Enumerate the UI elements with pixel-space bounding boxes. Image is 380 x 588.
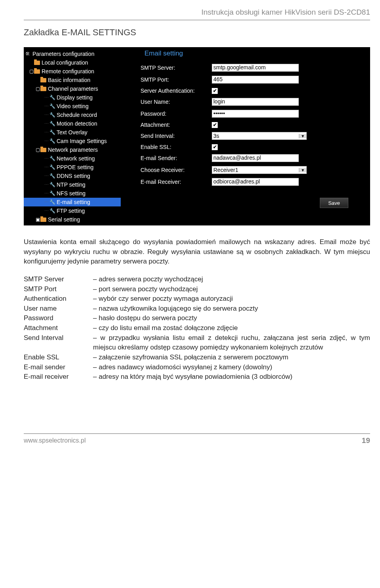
tree-item[interactable]: ⋯🔧DDNS setting bbox=[24, 172, 121, 180]
expand-icon: ▢ bbox=[28, 69, 34, 74]
send-interval-select[interactable]: 3s▼ bbox=[212, 132, 307, 140]
wrench-icon: 🔧 bbox=[49, 191, 55, 196]
tree-item[interactable]: ⋯🔧Schedule record bbox=[24, 111, 121, 119]
server-auth-checkbox[interactable]: ✔ bbox=[212, 88, 218, 94]
username-input[interactable]: login bbox=[212, 98, 299, 106]
tree-item[interactable]: ⋯🔧Text Overlay bbox=[24, 128, 121, 137]
expand-icon: ▢ bbox=[35, 86, 40, 92]
tree-item[interactable]: ▢Remote configuration bbox=[24, 67, 121, 76]
tree-label: Serial setting bbox=[48, 216, 80, 223]
tree-label: Basic information bbox=[48, 77, 90, 83]
form-title: Email setting bbox=[144, 50, 366, 57]
tree-connector: ⋯ bbox=[44, 130, 49, 135]
def-term: Enable SSL bbox=[24, 353, 93, 363]
tree-label: Parameters configuration bbox=[32, 51, 94, 57]
tree-item[interactable]: ⋯🔧NFS setting bbox=[24, 189, 121, 198]
description-paragraph: Ustawienia konta email służącego do wysy… bbox=[24, 237, 370, 267]
wrench-icon: 🔧 bbox=[49, 182, 55, 187]
tree-label: Display setting bbox=[57, 94, 93, 101]
tree-item[interactable]: ⋯🔧Motion detection bbox=[24, 119, 121, 128]
wrench-icon: 🔧 bbox=[49, 112, 55, 118]
def-term: Password bbox=[24, 313, 93, 323]
attachment-checkbox[interactable]: ✔ bbox=[212, 122, 218, 128]
tree-root[interactable]: 🛠Parameters configuration bbox=[24, 50, 121, 58]
tree-item[interactable]: ▢Channel parameters bbox=[24, 84, 121, 93]
def-term: Send Interval bbox=[24, 333, 93, 353]
choose-receiver-select[interactable]: Receiver1▼ bbox=[212, 166, 307, 174]
wrench-icon: 🔧 bbox=[49, 199, 55, 205]
tree-connector: ⋯ bbox=[44, 174, 49, 179]
def-desc: – czy do listu email ma zostać dołączone… bbox=[93, 323, 370, 333]
wrench-icon: 🔧 bbox=[49, 173, 55, 179]
page-number: 19 bbox=[362, 436, 370, 445]
smtp-port-input[interactable]: 465 bbox=[212, 76, 299, 84]
tree-connector: ⋯ bbox=[44, 200, 49, 205]
def-term: E-mail sender bbox=[24, 363, 93, 372]
wrench-icon: 🔧 bbox=[49, 164, 55, 170]
expand-icon: ▢ bbox=[35, 147, 40, 153]
form-area: Email setting SMTP Server:smtp.googlemai… bbox=[121, 47, 370, 225]
tree-label: Motion detection bbox=[57, 120, 97, 127]
tree-item[interactable]: ⋯🔧NTP setting bbox=[24, 180, 121, 189]
settings-panel: 🛠Parameters configuration Local configur… bbox=[24, 47, 370, 225]
tree-connector: ⋯ bbox=[44, 182, 49, 187]
tree-item[interactable]: Basic information bbox=[24, 76, 121, 84]
tree-label: Channel parameters bbox=[48, 86, 98, 92]
def-desc: – załączenie szyfrowania SSL połączenia … bbox=[93, 353, 370, 363]
tree-connector: ⋯ bbox=[44, 165, 49, 170]
choose-receiver-label: Choose Receiver: bbox=[141, 167, 212, 173]
save-button[interactable]: Save bbox=[320, 198, 348, 208]
smtp-port-label: SMTP Port: bbox=[141, 76, 212, 83]
server-auth-label: Server Authentication: bbox=[141, 88, 212, 94]
enable-ssl-checkbox[interactable]: ✔ bbox=[212, 144, 218, 150]
wrench-icon: 🔧 bbox=[49, 208, 55, 214]
def-desc: – wybór czy serwer poczty wymaga autoryz… bbox=[93, 294, 370, 304]
wrench-icon: 🔧 bbox=[49, 103, 55, 109]
tree-item[interactable]: Local configuration bbox=[24, 58, 121, 67]
smtp-server-input[interactable]: smtp.googlemail.com bbox=[212, 64, 299, 72]
tree-label: PPPOE setting bbox=[57, 164, 93, 170]
send-interval-label: Send Interval: bbox=[141, 133, 212, 139]
wrench-icon: 🔧 bbox=[49, 130, 55, 135]
tree-connector: ⋯ bbox=[44, 208, 49, 214]
tree-item[interactable]: ▣Serial setting bbox=[24, 215, 121, 224]
tree-label: FTP setting bbox=[57, 208, 85, 214]
tree-item[interactable]: ⋯🔧Network setting bbox=[24, 154, 121, 163]
tree-label: Schedule record bbox=[57, 112, 97, 118]
wrench-icon: 🔧 bbox=[49, 121, 55, 126]
def-desc: – port serwera poczty wychodzącej bbox=[93, 284, 370, 294]
password-input[interactable]: •••••• bbox=[212, 110, 299, 118]
tree-item[interactable]: ⋯🔧Display setting bbox=[24, 93, 121, 102]
def-desc: – adres nadawcy wiadomości wysyłanej z k… bbox=[93, 363, 370, 372]
select-value: 3s bbox=[212, 133, 299, 139]
config-icon: 🛠 bbox=[25, 51, 31, 57]
tree-label: Remote configuration bbox=[42, 68, 94, 74]
chevron-down-icon: ▼ bbox=[299, 134, 306, 138]
tree-item[interactable]: ⋯🔧PPPOE setting bbox=[24, 163, 121, 172]
tree-connector: ⋯ bbox=[44, 156, 49, 161]
page-header: Instrukcja obsługi kamer HikVision serii… bbox=[0, 0, 380, 20]
def-desc: – adres serwera poczty wychodzącej bbox=[93, 275, 370, 284]
email-sender-input[interactable]: nadawca@adres.pl bbox=[212, 154, 299, 162]
def-term: E-mail receiver bbox=[24, 372, 93, 382]
tree-connector: ⋯ bbox=[44, 121, 49, 126]
tree-item[interactable]: ▢Network parameters bbox=[24, 145, 121, 154]
tree-item[interactable]: ⋯🔧Cam Image Settings bbox=[24, 137, 121, 145]
folder-icon bbox=[40, 87, 46, 91]
wrench-icon: 🔧 bbox=[49, 156, 55, 161]
def-term: Authentication bbox=[24, 294, 93, 304]
email-receiver-label: E-mail Receiver: bbox=[141, 179, 212, 185]
def-desc: – hasło dostępu do serwera poczty bbox=[93, 313, 370, 323]
username-label: User Name: bbox=[141, 99, 212, 105]
attachment-label: Attachment: bbox=[141, 122, 212, 128]
def-desc: – nazwa użytkownika logującego się do se… bbox=[93, 304, 370, 314]
tree-item[interactable]: ⋯🔧Video setting bbox=[24, 102, 121, 111]
tree-item[interactable]: ⋯🔧FTP setting bbox=[24, 206, 121, 215]
tree-item-email[interactable]: ⋯🔧E-mail setting bbox=[24, 198, 121, 206]
tree-label: Text Overlay bbox=[57, 129, 87, 136]
select-value: Receiver1 bbox=[212, 167, 299, 173]
folder-icon bbox=[34, 69, 40, 74]
tree-label: DDNS setting bbox=[57, 173, 90, 179]
email-receiver-input[interactable]: odbiorca@adres.pl bbox=[212, 178, 299, 186]
folder-icon bbox=[40, 78, 46, 82]
